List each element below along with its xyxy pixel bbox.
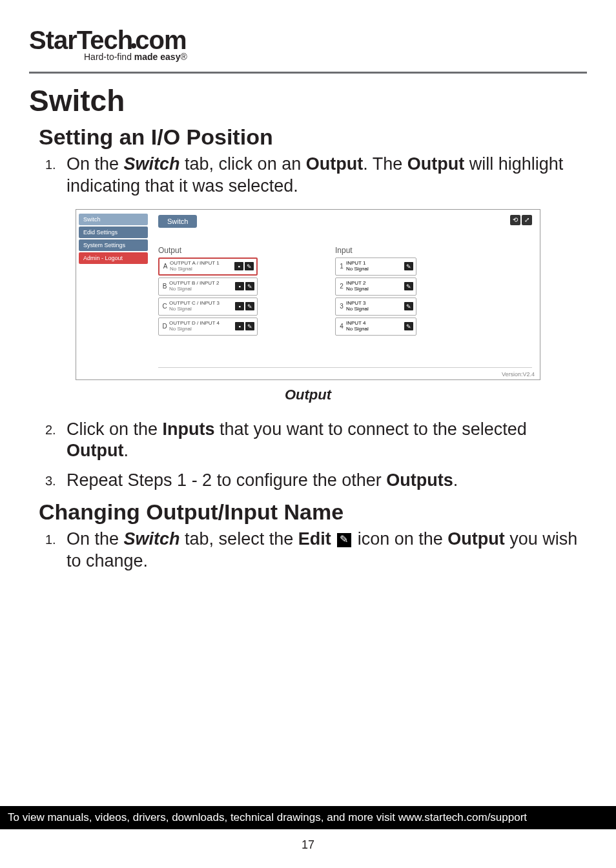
tagline-suffix: ® bbox=[180, 52, 187, 62]
input-icons-2: ✎ bbox=[404, 282, 413, 290]
columns: Output A OUTPUT A / INPUT 1 No Signal ▪ … bbox=[158, 246, 532, 338]
sidebar: Switch Edid Settings System Settings Adm… bbox=[76, 210, 150, 379]
step-1: On the Switch tab, click on an Output. T… bbox=[45, 154, 587, 197]
tagline: Hard-to-find made easy® bbox=[84, 52, 587, 62]
output-letter-a: A bbox=[161, 263, 170, 270]
step1-text: On the bbox=[67, 154, 124, 174]
output-text-c: OUTPUT C / INPUT 3 No Signal bbox=[169, 301, 234, 312]
edit-icon[interactable]: ✎ bbox=[245, 262, 254, 270]
step2-text: Click on the bbox=[67, 419, 163, 439]
top-icon-2[interactable]: ⤢ bbox=[522, 215, 532, 225]
input-num-2: 2 bbox=[337, 283, 346, 290]
panel-divider bbox=[158, 367, 532, 368]
camera-icon[interactable]: ▪ bbox=[235, 282, 244, 290]
footer-bar: To view manuals, videos, drivers, downlo… bbox=[0, 806, 616, 829]
input-row-4[interactable]: 4 INPUT 4 No Signal ✎ bbox=[335, 318, 416, 336]
step2-suffix: . bbox=[123, 441, 128, 460]
step-3: Repeat Steps 1 - 2 to configure the othe… bbox=[45, 470, 587, 492]
input-text-4: INPUT 4 No Signal bbox=[346, 321, 404, 332]
output-line2-b: No Signal bbox=[169, 287, 234, 292]
logo: StarTechcom bbox=[29, 26, 587, 55]
input-num-1: 1 bbox=[337, 263, 346, 270]
sidebar-item-logout[interactable]: Admin - Logout bbox=[79, 252, 148, 264]
step3-suffix: . bbox=[453, 470, 458, 490]
edit-icon[interactable]: ✎ bbox=[245, 302, 254, 310]
section-heading-2: Changing Output/Input Name bbox=[39, 500, 587, 525]
output-row-d[interactable]: D OUTPUT D / INPUT 4 No Signal ▪ ✎ bbox=[158, 318, 258, 336]
step1-output2: Output bbox=[407, 154, 464, 174]
camera-icon[interactable]: ▪ bbox=[234, 262, 243, 270]
output-letter-c: C bbox=[160, 303, 169, 310]
input-text-2: INPUT 2 No Signal bbox=[346, 281, 404, 292]
step-2: Click on the Inputs that you want to con… bbox=[45, 419, 587, 463]
switch-pill: Switch bbox=[158, 215, 197, 228]
tagline-prefix: Hard-to-find bbox=[84, 52, 134, 62]
output-row-b[interactable]: B OUTPUT B / INPUT 2 No Signal ▪ ✎ bbox=[158, 278, 258, 296]
divider bbox=[29, 72, 587, 74]
input-column: Input 1 INPUT 1 No Signal ✎ 2 bbox=[335, 246, 416, 338]
screenshot-container: Switch Edid Settings System Settings Adm… bbox=[76, 209, 540, 380]
step2-inputs: Inputs bbox=[163, 419, 215, 439]
input-row-3[interactable]: 3 INPUT 3 No Signal ✎ bbox=[335, 298, 416, 316]
output-column: Output A OUTPUT A / INPUT 1 No Signal ▪ … bbox=[158, 246, 258, 338]
step2-mid: that you want to connect to the selected bbox=[215, 419, 527, 439]
step1-mid: tab, click on an bbox=[180, 154, 306, 174]
steps-list-2: On the Switch tab, select the Edit icon … bbox=[45, 529, 587, 572]
logo-part2: com bbox=[135, 26, 186, 54]
input-icons-4: ✎ bbox=[404, 322, 413, 330]
edit-icon-inline bbox=[337, 533, 351, 547]
input-text-1: INPUT 1 No Signal bbox=[346, 261, 404, 272]
figure-caption: Output bbox=[29, 387, 587, 403]
step2-output: Output bbox=[67, 441, 123, 460]
page-title: Switch bbox=[29, 83, 587, 118]
s2step1-switch: Switch bbox=[124, 529, 180, 549]
input-row-1[interactable]: 1 INPUT 1 No Signal ✎ bbox=[335, 257, 416, 276]
s2step1-mid2: icon on the bbox=[353, 529, 447, 549]
version-label: Version:V2.4 bbox=[502, 371, 535, 378]
edit-icon[interactable]: ✎ bbox=[404, 262, 413, 270]
sidebar-item-edid[interactable]: Edid Settings bbox=[79, 227, 148, 238]
input-line2-2: No Signal bbox=[346, 287, 404, 292]
logo-part1: StarTech bbox=[29, 26, 132, 54]
steps-list-1b: Click on the Inputs that you want to con… bbox=[45, 419, 587, 492]
output-line2-d: No Signal bbox=[169, 327, 234, 332]
step1-mid2: . The bbox=[363, 154, 407, 174]
input-row-2[interactable]: 2 INPUT 2 No Signal ✎ bbox=[335, 278, 416, 296]
edit-icon[interactable]: ✎ bbox=[404, 282, 413, 290]
s2step1-text: On the bbox=[67, 529, 124, 549]
s2step1-mid: tab, select the bbox=[180, 529, 298, 549]
sidebar-item-system[interactable]: System Settings bbox=[79, 239, 148, 251]
main-panel: Switch ⟲ ⤢ Output A OUTPUT A / INPUT 1 N… bbox=[150, 210, 540, 379]
section-heading-1: Setting an I/O Position bbox=[39, 125, 587, 150]
output-row-c[interactable]: C OUTPUT C / INPUT 3 No Signal ▪ ✎ bbox=[158, 298, 258, 316]
input-icons-1: ✎ bbox=[404, 262, 413, 270]
output-row-a[interactable]: A OUTPUT A / INPUT 1 No Signal ▪ ✎ bbox=[158, 257, 258, 276]
edit-icon[interactable]: ✎ bbox=[404, 302, 413, 310]
sidebar-item-switch[interactable]: Switch bbox=[79, 214, 148, 225]
step3-outputs: Outputs bbox=[386, 470, 453, 490]
s2step1-output: Output bbox=[447, 529, 504, 549]
input-text-3: INPUT 3 No Signal bbox=[346, 301, 404, 312]
output-text-d: OUTPUT D / INPUT 4 No Signal bbox=[169, 321, 234, 332]
output-icons-d: ▪ ✎ bbox=[235, 322, 254, 330]
input-icons-3: ✎ bbox=[404, 302, 413, 310]
edit-icon[interactable]: ✎ bbox=[245, 322, 254, 330]
output-letter-d: D bbox=[160, 323, 169, 330]
camera-icon[interactable]: ▪ bbox=[235, 302, 244, 310]
input-header: Input bbox=[335, 246, 416, 255]
input-line2-4: No Signal bbox=[346, 327, 404, 332]
output-icons-c: ▪ ✎ bbox=[235, 302, 254, 310]
input-line2-1: No Signal bbox=[346, 267, 404, 272]
logo-area: StarTechcom Hard-to-find made easy® bbox=[29, 26, 587, 62]
output-line2-c: No Signal bbox=[169, 307, 234, 312]
tagline-bold: made easy bbox=[134, 52, 181, 62]
output-icons-b: ▪ ✎ bbox=[235, 282, 254, 290]
camera-icon[interactable]: ▪ bbox=[235, 322, 244, 330]
input-line2-3: No Signal bbox=[346, 307, 404, 312]
section2-step-1: On the Switch tab, select the Edit icon … bbox=[45, 529, 587, 572]
output-icons-a: ▪ ✎ bbox=[234, 262, 254, 270]
edit-icon[interactable]: ✎ bbox=[404, 322, 413, 330]
edit-icon[interactable]: ✎ bbox=[245, 282, 254, 290]
output-text-a: OUTPUT A / INPUT 1 No Signal bbox=[170, 261, 234, 272]
top-icon-1[interactable]: ⟲ bbox=[510, 215, 520, 225]
